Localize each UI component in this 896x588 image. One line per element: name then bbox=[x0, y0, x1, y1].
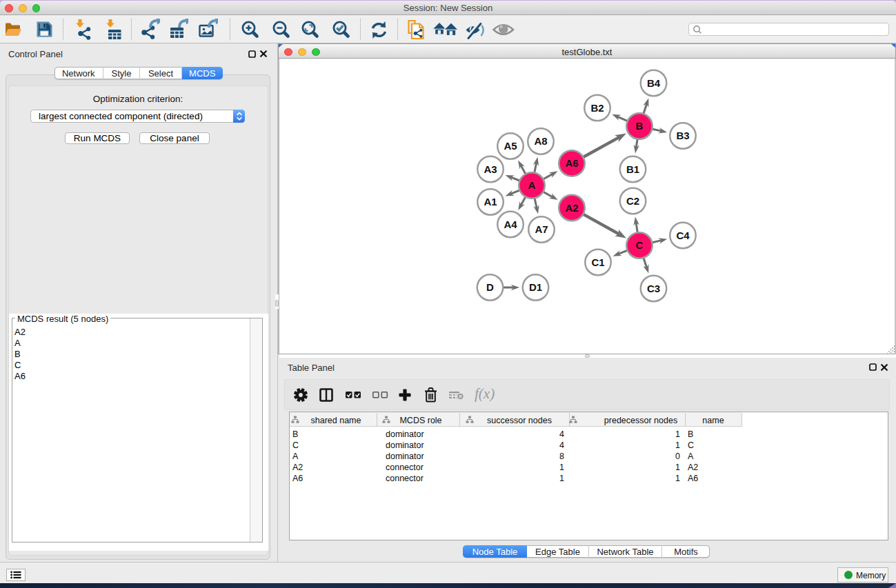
svg-text:A1: A1 bbox=[484, 196, 497, 207]
svg-text:B3: B3 bbox=[676, 130, 689, 141]
svg-text:D1: D1 bbox=[529, 281, 542, 293]
svg-text:A2: A2 bbox=[565, 202, 578, 214]
svg-text:A6: A6 bbox=[565, 157, 578, 169]
svg-text:D: D bbox=[486, 281, 494, 293]
svg-text:C: C bbox=[636, 239, 644, 251]
svg-text:C1: C1 bbox=[591, 256, 604, 268]
svg-text:B1: B1 bbox=[626, 163, 639, 175]
svg-text:A5: A5 bbox=[504, 140, 517, 152]
svg-text:C2: C2 bbox=[626, 195, 639, 207]
svg-text:B4: B4 bbox=[647, 77, 661, 89]
svg-text:B2: B2 bbox=[590, 102, 604, 114]
svg-text:B: B bbox=[636, 120, 644, 132]
svg-text:A: A bbox=[528, 179, 536, 191]
svg-text:A4: A4 bbox=[504, 219, 517, 230]
svg-text:C3: C3 bbox=[647, 283, 660, 294]
svg-text:C4: C4 bbox=[676, 230, 690, 241]
svg-text:A3: A3 bbox=[484, 163, 497, 175]
svg-text:A7: A7 bbox=[535, 223, 548, 235]
svg-text:A8: A8 bbox=[534, 135, 547, 147]
